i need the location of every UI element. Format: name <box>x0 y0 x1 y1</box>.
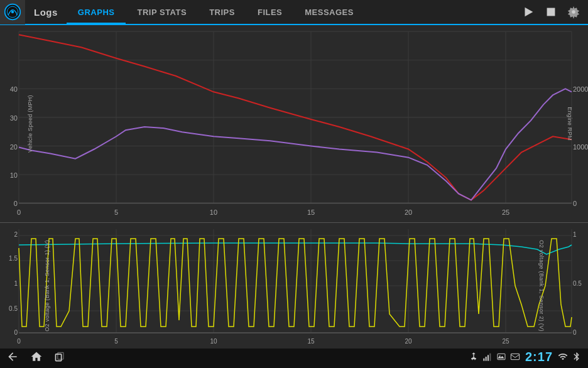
wifi-status-icons <box>558 352 582 362</box>
svg-rect-65 <box>58 352 63 359</box>
svg-text:10: 10 <box>10 171 18 179</box>
svg-text:15: 15 <box>307 208 315 216</box>
chart-bottom: O2 voltage (Bank 1, Sensor 1) (V) O2 vol… <box>0 223 588 349</box>
home-button[interactable] <box>30 350 43 363</box>
tab-trips[interactable]: TRIPS <box>198 0 246 24</box>
status-right: 2:17 <box>469 350 582 364</box>
svg-text:0: 0 <box>14 200 18 207</box>
svg-point-2 <box>11 11 14 13</box>
charts-container: Vehicle Speed (MPH) Engine RPM 0 10 2 <box>0 25 588 345</box>
svg-text:0: 0 <box>573 329 577 336</box>
svg-rect-66 <box>483 359 484 361</box>
svg-text:0.5: 0.5 <box>9 305 18 312</box>
svg-text:0: 0 <box>17 338 21 345</box>
svg-text:10: 10 <box>210 208 217 216</box>
settings-button[interactable] <box>567 5 580 19</box>
svg-text:1000: 1000 <box>573 143 588 150</box>
top-bar: Logs GRAPHS TRIP STATS TRIPS FILES MESSA… <box>0 0 588 25</box>
y-label-o2-sensor2: O2 voltage (Bank 1, Sensor 2) (V) <box>538 240 544 331</box>
tab-messages[interactable]: MESSAGES <box>293 0 365 24</box>
svg-text:0: 0 <box>14 329 18 336</box>
svg-text:0: 0 <box>573 200 577 207</box>
svg-text:2000: 2000 <box>573 85 588 93</box>
svg-text:25: 25 <box>502 208 509 216</box>
nav-icons <box>6 350 67 363</box>
svg-text:1: 1 <box>573 231 577 238</box>
toolbar-right <box>521 5 588 19</box>
clock-display: 2:17 <box>525 350 553 364</box>
bluetooth-icon <box>572 352 582 362</box>
svg-text:1: 1 <box>14 280 18 287</box>
svg-text:40: 40 <box>10 85 18 93</box>
chart-bottom-svg: 0 0.5 1 1.5 2 0 0.5 1 0 5 10 15 20 25 <box>0 223 588 349</box>
tab-graphs[interactable]: GRAPHS <box>67 0 126 24</box>
chart-top-svg: 0 10 20 30 40 0 1000 2000 0 5 10 15 20 2… <box>0 25 588 222</box>
status-bar: 2:17 <box>0 345 588 368</box>
svg-text:10: 10 <box>210 338 217 345</box>
svg-rect-6 <box>0 25 588 222</box>
tab-trip-stats[interactable]: TRIP STATS <box>126 0 198 24</box>
mail-icon <box>510 352 520 362</box>
y-label-rpm: Engine RPM <box>567 107 573 141</box>
svg-text:5: 5 <box>114 338 118 345</box>
svg-rect-67 <box>486 357 487 361</box>
gallery-icon <box>496 352 506 362</box>
stop-button[interactable] <box>544 5 558 19</box>
signal-icon <box>482 352 493 362</box>
svg-rect-69 <box>489 354 491 361</box>
svg-text:2: 2 <box>14 231 18 238</box>
svg-text:5: 5 <box>114 208 118 216</box>
status-icons <box>469 352 520 362</box>
svg-rect-72 <box>511 354 519 359</box>
svg-rect-70 <box>498 354 505 359</box>
app-title: Logs <box>25 0 67 24</box>
back-button[interactable] <box>6 350 19 363</box>
app-icon <box>0 0 25 24</box>
svg-text:30: 30 <box>10 114 18 122</box>
y-label-speed: Vehicle Speed (MPH) <box>27 95 33 153</box>
svg-text:15: 15 <box>307 338 315 345</box>
svg-marker-3 <box>525 8 533 17</box>
usb-icon <box>469 352 479 362</box>
svg-text:20: 20 <box>10 143 18 150</box>
svg-text:20: 20 <box>405 338 412 345</box>
chart-top: Vehicle Speed (MPH) Engine RPM 0 10 2 <box>0 25 588 223</box>
svg-text:25: 25 <box>502 338 509 345</box>
recent-apps-button[interactable] <box>54 350 67 363</box>
svg-rect-64 <box>56 354 62 361</box>
svg-text:0: 0 <box>17 208 21 216</box>
play-button[interactable] <box>521 5 535 19</box>
svg-text:1.5: 1.5 <box>9 255 18 262</box>
svg-rect-68 <box>487 355 489 360</box>
tab-files[interactable]: FILES <box>246 0 293 24</box>
wifi-icon <box>558 352 568 362</box>
svg-rect-4 <box>547 8 555 16</box>
svg-text:0.5: 0.5 <box>573 280 582 287</box>
y-label-o2-sensor1: O2 voltage (Bank 1, Sensor 1) (V) <box>44 240 50 331</box>
svg-text:20: 20 <box>405 208 412 216</box>
